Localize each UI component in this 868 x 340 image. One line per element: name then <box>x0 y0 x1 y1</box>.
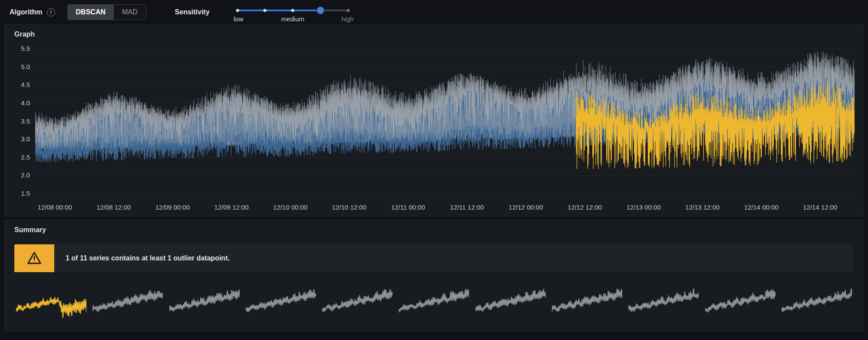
slider-track[interactable] <box>238 10 348 11</box>
chart-area: 5.55.04.54.03.53.02.52.01.5 12/08 00:001… <box>5 38 863 216</box>
x-tick-label: 12/10 12:00 <box>332 203 366 211</box>
x-tick-label: 12/13 12:00 <box>685 203 719 211</box>
warning-icon-box <box>14 244 54 272</box>
y-tick-label: 5.0 <box>21 63 30 70</box>
sparkline-series-7 <box>475 285 546 321</box>
sparkline-series-8 <box>552 285 622 321</box>
summary-panel-title: Summary <box>5 220 863 234</box>
slider-step-dot[interactable] <box>264 9 267 12</box>
outlier-warning: 1 of 11 series contains at least 1 outli… <box>14 244 854 272</box>
y-tick-label: 3.5 <box>21 117 30 125</box>
toolbar: Algorithm i DBSCAN MAD Sensitivity low m… <box>0 0 868 24</box>
warning-message-bar: 1 of 11 series contains at least 1 outli… <box>54 244 854 272</box>
x-tick-label: 12/11 00:00 <box>391 203 425 211</box>
summary-panel: Summary 1 of 11 series contains at least… <box>4 220 864 331</box>
sparkline-series-9 <box>628 285 699 321</box>
x-tick-label: 12/09 00:00 <box>155 203 190 211</box>
x-tick-label: 12/09 12:00 <box>214 203 248 211</box>
x-tick-label: 12/08 00:00 <box>38 203 72 211</box>
y-axis: 5.55.04.54.03.53.02.52.01.5 <box>8 43 35 199</box>
graph-panel: Graph 5.55.04.54.03.53.02.52.01.5 12/08 … <box>4 24 864 217</box>
sparkline-series-4 <box>246 285 316 321</box>
sensitivity-label: Sensitivity <box>175 8 210 16</box>
x-axis: 12/08 00:0012/08 12:0012/09 00:0012/09 1… <box>35 199 855 215</box>
y-tick-label: 1.5 <box>21 190 30 197</box>
app-root: Algorithm i DBSCAN MAD Sensitivity low m… <box>0 0 868 331</box>
x-tick-label: 12/12 00:00 <box>508 203 543 211</box>
timeseries-canvas[interactable] <box>35 43 855 199</box>
sensitivity-slider[interactable]: low medium high <box>238 4 348 24</box>
slider-step-dot[interactable] <box>236 9 239 12</box>
sparkline-series-11 <box>782 285 852 321</box>
slider-step-dot[interactable] <box>347 9 350 12</box>
y-tick-label: 2.0 <box>21 171 30 179</box>
sparkline-series-2 <box>92 285 163 321</box>
y-tick-label: 3.0 <box>21 135 30 143</box>
x-tick-label: 12/12 12:00 <box>568 203 602 211</box>
slider-label-medium: medium <box>281 15 304 23</box>
algorithm-option-mad[interactable]: MAD <box>114 5 146 20</box>
sparkline-series-5 <box>322 285 393 321</box>
graph-panel-title: Graph <box>5 25 863 38</box>
slider-label-high: high <box>341 15 353 23</box>
warning-text: 1 of 11 series contains at least 1 outli… <box>66 254 230 262</box>
sparkline-series-10 <box>705 285 776 321</box>
x-tick-label: 12/10 00:00 <box>273 203 307 211</box>
x-tick-label: 12/08 12:00 <box>96 203 131 211</box>
x-tick-label: 12/14 00:00 <box>744 203 779 211</box>
x-tick-label: 12/14 12:00 <box>803 203 837 211</box>
sparkline-series-6 <box>399 285 469 321</box>
slider-label-low: low <box>234 15 244 23</box>
sparkline-row <box>16 285 852 321</box>
y-tick-label: 2.5 <box>21 153 30 161</box>
algorithm-label: Algorithm <box>10 8 43 16</box>
slider-handle[interactable] <box>317 7 324 14</box>
y-tick-label: 4.5 <box>21 81 30 88</box>
sparkline-series-1 <box>16 285 86 321</box>
x-tick-label: 12/11 12:00 <box>450 203 484 211</box>
algorithm-option-dbscan[interactable]: DBSCAN <box>68 5 114 20</box>
info-icon[interactable]: i <box>47 8 55 17</box>
y-tick-label: 5.5 <box>21 45 30 52</box>
algorithm-button-group: DBSCAN MAD <box>67 4 146 20</box>
graph-plot <box>35 43 855 199</box>
x-tick-label: 12/13 00:00 <box>627 203 661 211</box>
y-tick-label: 4.0 <box>21 99 30 107</box>
sparkline-series-3 <box>169 285 240 321</box>
slider-track-fill <box>238 10 320 11</box>
warning-icon <box>26 250 42 266</box>
slider-step-dot[interactable] <box>291 9 294 12</box>
